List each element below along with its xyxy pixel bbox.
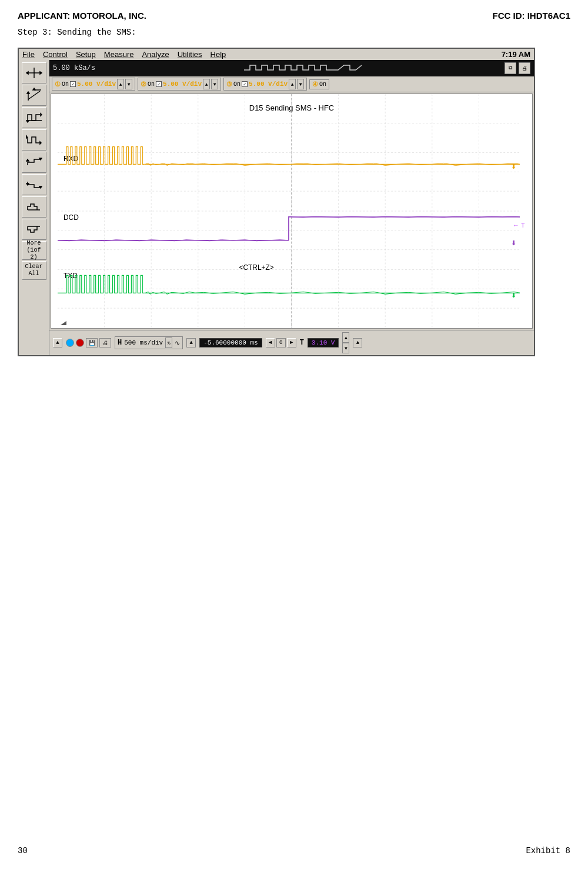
copy-buttons: ⧉ 🖨 [505,62,530,74]
end-nav-btn[interactable]: ▲ [353,338,362,347]
ch2-up[interactable]: ▲ [203,79,210,89]
svg-text:← T: ← T [513,222,525,229]
ch3-number: ③ [226,81,232,88]
nav-controls: ◄ 0 ► [266,338,296,347]
ch1-on-label: On [62,81,69,88]
menu-file[interactable]: File [22,50,35,59]
bottom-controls-bar: ▲ 💾 🖨 H 500 ms/div % ∿ ▲ -5. [49,330,534,355]
ch2-number: ② [141,81,146,88]
menu-bar: File Control Setup Measure Analyze Utili… [19,49,534,60]
channel-1-group: ① On ✓ 5.00 V/div ▲ ▼ [52,78,135,91]
trigger-up-arrow: ▲ [186,338,196,347]
trigger-down[interactable]: ▼ [342,343,349,353]
ch3-checkbox[interactable]: ✓ [242,81,248,87]
tool-cursor[interactable] [22,62,46,83]
exhibit-label: Exhibit 8 [526,846,570,855]
next-btn[interactable]: ► [287,338,296,347]
ch4-number: ④ [312,81,318,88]
svg-marker-13 [26,136,26,138]
svg-marker-11 [41,113,42,116]
tool-pulse[interactable] [22,107,46,128]
sample-rate-display: 5.00 kSa/s [53,64,95,72]
svg-marker-2 [26,72,28,74]
ch3-on-label: On [233,81,240,88]
svg-text:⬇: ⬇ [511,239,516,246]
menu-analyze[interactable]: Analyze [142,50,169,59]
ch3-up[interactable]: ▲ [289,79,296,89]
ch2-on-label: On [148,81,155,88]
svg-line-4 [28,91,40,99]
save-btn[interactable]: 💾 [86,338,98,347]
scroll-left-btn[interactable]: ▲ [53,338,62,347]
stop-indicator [76,339,84,347]
tool-pulse2[interactable] [22,129,46,151]
tool-step-down[interactable] [22,174,46,195]
ch3-vdiv: 5.00 V/div [249,81,288,88]
more-button[interactable]: More(1of 2) [22,241,46,260]
tool-complex2[interactable] [22,219,46,240]
ch2-vdiv: 5.00 V/div [163,81,202,88]
channel-controls: ① On ✓ 5.00 V/div ▲ ▼ ② On ✓ 5.00 V/div … [49,76,534,92]
menu-utilities[interactable]: Utilities [178,50,202,59]
copy-btn-1[interactable]: ⧉ [505,62,516,74]
h-pct-btn[interactable]: % [165,337,172,348]
h-label: H [118,339,122,347]
channel-3-group: ③ On ✓ 5.00 V/div ▲ ▼ [223,78,307,91]
svg-text:DCD: DCD [64,213,79,222]
top-controls-bar: 5.00 kSa/s ⧉ 🖨 [49,60,534,76]
svg-marker-15 [26,159,29,161]
menu-setup[interactable]: Setup [76,50,96,59]
clear-all-button[interactable]: ClearAll [22,261,46,280]
stop-btn[interactable]: 0 [276,338,286,347]
menu-help[interactable]: Help [211,50,226,59]
run-indicator [66,339,74,347]
menu-measure[interactable]: Measure [104,50,134,59]
ch1-up[interactable]: ▲ [117,79,124,89]
svg-text:⬇: ⬇ [511,163,516,170]
ch1-down[interactable]: ▼ [125,79,132,89]
svg-text:⬇: ⬇ [511,292,516,299]
svg-text:<CTRL+Z>: <CTRL+Z> [239,263,273,272]
channel-4-group: ④ On [309,79,329,89]
copy-btn-2[interactable]: 🖨 [519,62,530,74]
svg-marker-8 [33,88,35,90]
ch1-number: ① [55,81,61,88]
ch3-down[interactable]: ▼ [297,79,304,89]
applicant-label: APPLICANT: MOTOROLA, INC. [18,11,146,21]
h-wave-icon: ∿ [175,339,180,347]
fcc-id-label: FCC ID: IHDT6AC1 [492,11,570,21]
svg-marker-7 [27,92,29,93]
oscilloscope: File Control Setup Measure Analyze Utili… [18,48,535,356]
page-number: 30 [18,846,28,855]
ch2-checkbox[interactable]: ✓ [156,81,162,87]
ch4-on-label: On [319,81,326,88]
t-label: T [300,339,304,347]
svg-marker-3 [40,72,42,74]
svg-marker-14 [40,142,41,144]
tool-slope[interactable] [22,85,46,106]
ch1-checkbox[interactable]: ✓ [70,81,76,87]
menu-control[interactable]: Control [43,50,68,59]
time-offset-display: -5.60000000 ms [199,338,262,347]
trigger-up[interactable]: ▲ [342,332,349,343]
tool-complex[interactable] [22,196,46,218]
time-display-menu: 7:19 AM [502,50,530,59]
left-toolbar: More(1of 2) ClearAll [19,60,49,355]
ch2-down[interactable]: ▼ [211,79,218,89]
h-div-value: 500 ms/div [124,339,163,346]
trigger-level-display: 3.10 V [308,338,339,347]
prev-btn[interactable]: ◄ [266,338,275,347]
print-btn[interactable]: 🖨 [99,338,111,347]
svg-marker-10 [26,121,29,122]
trigger-waveform [106,62,500,75]
oscilloscope-display: D15 Sending SMS - HFC RXD [51,93,533,329]
step-description: Step 3: Sending the SMS: [18,28,136,37]
svg-text:RXD: RXD [64,155,79,163]
ch1-vdiv: 5.00 V/div [77,81,116,88]
h-div-control: H 500 ms/div % ∿ [115,336,183,349]
tool-step-up[interactable] [22,152,46,173]
trigger-arrows: ▲ ▼ [342,332,349,353]
channel-2-group: ② On ✓ 5.00 V/div ▲ ▼ [138,78,221,91]
